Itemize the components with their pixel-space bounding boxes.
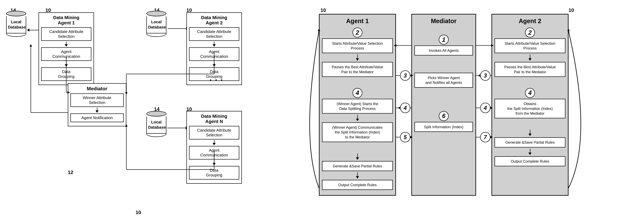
agent2-column: Agent 2 2 Starts Attribute/Value Selecti… bbox=[492, 14, 568, 196]
circle-2b: 2 bbox=[525, 28, 535, 38]
svg-text:5: 5 bbox=[404, 134, 407, 140]
mediator-box1: Winner AttributeSelection bbox=[70, 94, 124, 107]
flow-box-winner-starts: (Winner Agent) Starts theData Splitting … bbox=[322, 99, 393, 114]
cylinder-bottom-1 bbox=[6, 34, 26, 37]
v-arrow-Nb bbox=[189, 160, 239, 165]
v-arrow-r2 bbox=[322, 115, 393, 121]
arrow-db3-agentN bbox=[167, 126, 188, 130]
arrow-db2-agent2 bbox=[167, 27, 188, 30]
mediator-box2: Agent Notification bbox=[70, 114, 124, 122]
svg-marker-13 bbox=[30, 44, 32, 46]
agent2-box2: AgentCommunication bbox=[189, 47, 239, 61]
right-ref-10-left: 10 bbox=[320, 8, 326, 13]
ref-10-bottom: 10 bbox=[136, 210, 141, 215]
cylinder-top-1 bbox=[6, 11, 26, 16]
svg-text:3: 3 bbox=[484, 72, 487, 79]
agent2-col-title: Agent 2 bbox=[494, 18, 566, 24]
circle-6: 6 bbox=[439, 111, 449, 121]
mediator-group: Mediator Winner AttributeSelection Agent… bbox=[68, 83, 126, 126]
svg-point-29 bbox=[400, 103, 410, 113]
cylinder-body-1: LocalDatabase bbox=[6, 16, 26, 34]
svg-point-34 bbox=[480, 103, 490, 113]
local-db-2: LocalDatabase bbox=[146, 11, 166, 37]
flow-box-invoke: Invokes All Agents bbox=[414, 46, 473, 56]
local-db-3: LocalDatabase bbox=[146, 111, 166, 137]
local-db-1: LocalDatabase bbox=[6, 11, 26, 37]
agent1-column: Agent 1 2 Starts Attribute/Value Selecti… bbox=[319, 14, 396, 196]
agent2-box1: Candidate AttributeSelection bbox=[189, 27, 239, 41]
svg-point-24 bbox=[480, 70, 490, 80]
svg-text:3: 3 bbox=[404, 72, 407, 79]
v-arrow-2b bbox=[189, 62, 239, 67]
dots-more-agents: · · · bbox=[210, 76, 223, 84]
circle-1: 1 bbox=[439, 35, 449, 44]
ref-12: 12 bbox=[68, 170, 73, 175]
v-arrow-r6 bbox=[494, 130, 566, 136]
mediator-col-title: Mediator bbox=[414, 18, 473, 24]
v-arrow-1b bbox=[41, 62, 91, 67]
circle-4b: 4 bbox=[525, 88, 535, 98]
v-arrow-r4 bbox=[322, 172, 393, 178]
svg-point-39 bbox=[400, 132, 410, 142]
svg-text:4: 4 bbox=[484, 105, 487, 111]
flow-box-passes1: Passes the Best Attribute/ValuePair to t… bbox=[322, 62, 393, 77]
agent1-col-title: Agent 1 bbox=[322, 18, 393, 24]
flow-box-passes2: Passes the Best Attribute/ValuePair to t… bbox=[494, 62, 566, 77]
agentN-box3: DataGrouping bbox=[189, 166, 239, 180]
v-arrow-r1 bbox=[322, 54, 393, 61]
flow-box-obtains: Obtainsthe Split Information (Index)from… bbox=[494, 99, 566, 118]
right-diagram: 10 10 12 Agent 1 2 Starts Attribute/Valu… bbox=[316, 0, 644, 223]
flow-box-gen1: Generate &Save Partial Rules bbox=[322, 161, 393, 171]
circle-2a: 2 bbox=[352, 28, 362, 38]
agent1-box1: Candidate AttributeSelection bbox=[41, 27, 91, 41]
v-arrow-1a bbox=[41, 42, 91, 47]
svg-point-18 bbox=[400, 70, 410, 80]
agent1-box3: DataGrouping bbox=[41, 67, 91, 81]
agent1-box2: AgentCommunication bbox=[41, 47, 91, 61]
v-arrow-2a bbox=[189, 42, 239, 47]
flow-box-split: Split Information (Index) bbox=[414, 122, 473, 132]
agent1-group: Data MiningAgent 1 Candidate AttributeSe… bbox=[38, 12, 94, 85]
svg-point-44 bbox=[480, 132, 490, 142]
flow-box-output1: Output Complete Rules bbox=[322, 180, 393, 190]
mediator-column: Mediator 1 Invokes All Agents Picks Winn… bbox=[411, 14, 476, 196]
v-arrow-Na bbox=[189, 140, 239, 145]
agentN-box1: Candidate AttributeSelection bbox=[189, 126, 239, 140]
page: 14 10 14 10 14 10 12 10 LocalDatabase Da… bbox=[0, 0, 644, 223]
flow-box-output2: Output Complete Rules bbox=[494, 156, 566, 166]
agent2-title: Data MiningAgent 2 bbox=[189, 15, 239, 26]
svg-marker-32 bbox=[398, 107, 400, 109]
mediator-title: Mediator bbox=[70, 86, 124, 92]
flow-box-picks: Picks Winner Agentand Notifies all Agent… bbox=[414, 73, 473, 88]
svg-text:7: 7 bbox=[484, 134, 487, 140]
agent1-title: Data MiningAgent 1 bbox=[41, 15, 91, 26]
flow-box-winner-comm: (Winner Agent) Communicatesthe Split Inf… bbox=[322, 122, 393, 142]
agent2-group: Data MiningAgent 2 Candidate AttributeSe… bbox=[186, 12, 242, 85]
flow-box-starts2: Starts Attribute/Value SelectionProcess bbox=[494, 38, 566, 53]
flow-box-gen2: Generate &Save Partial Rules bbox=[494, 137, 566, 147]
flow-box-starts1: Starts Attribute/Value SelectionProcess bbox=[322, 38, 393, 53]
agentN-group: Data MiningAgent N Candidate AttributeSe… bbox=[186, 111, 242, 184]
agentN-box2: AgentCommunication bbox=[189, 146, 239, 160]
svg-text:4: 4 bbox=[404, 105, 407, 111]
v-arrow-med bbox=[70, 108, 124, 113]
svg-marker-27 bbox=[478, 74, 480, 77]
v-arrow-r5 bbox=[494, 54, 566, 61]
right-ref-10-right: 10 bbox=[568, 8, 574, 13]
v-arrow-r3 bbox=[322, 154, 393, 160]
circle-4a: 4 bbox=[352, 88, 362, 98]
left-diagram: 14 10 14 10 14 10 12 10 LocalDatabase Da… bbox=[0, 0, 316, 223]
v-arrow-r7 bbox=[494, 149, 566, 155]
agentN-title: Data MiningAgent N bbox=[189, 114, 239, 124]
